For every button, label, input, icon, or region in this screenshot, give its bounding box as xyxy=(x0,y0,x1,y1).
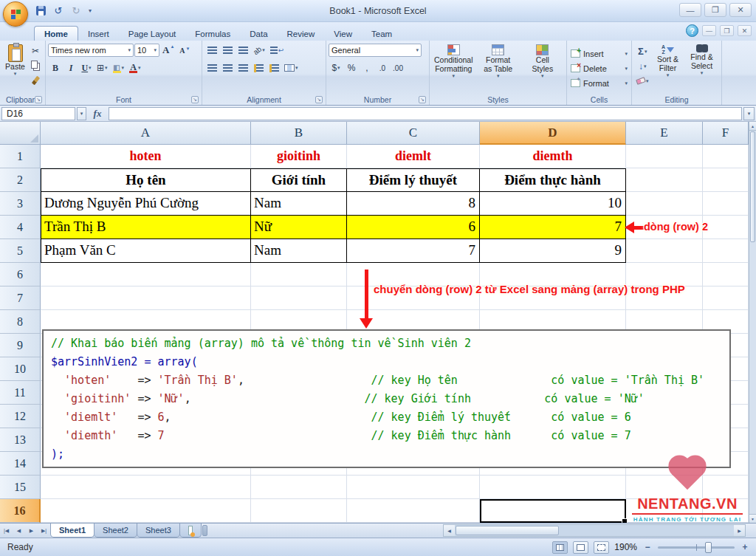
scroll-up-icon[interactable]: ▲ xyxy=(749,122,756,131)
conditional-formatting-button[interactable]: Conditional Formatting ▾ xyxy=(432,42,475,95)
column-header-E[interactable]: E xyxy=(626,122,703,145)
row-header-4[interactable]: 4 xyxy=(0,216,41,239)
insert-worksheet-button[interactable] xyxy=(179,524,202,538)
autosum-button[interactable]: Σ▾ xyxy=(634,44,651,58)
cell-B7[interactable] xyxy=(251,286,347,310)
zoom-slider[interactable] xyxy=(658,546,735,549)
horizontal-scrollbar[interactable]: ◀ ▶ xyxy=(443,524,746,537)
cell-C15[interactable] xyxy=(347,476,480,499)
selected-cell-outline-D16[interactable] xyxy=(480,499,626,523)
last-sheet-icon[interactable]: ▶| xyxy=(38,524,50,538)
cell-B3[interactable]: Nam xyxy=(251,192,347,216)
page-layout-view-button[interactable] xyxy=(573,541,588,554)
font-name-select[interactable]: Times new rom▾ xyxy=(48,44,134,57)
formula-input[interactable] xyxy=(109,107,742,120)
cell-A6[interactable] xyxy=(41,263,251,286)
align-middle-button[interactable] xyxy=(220,44,235,58)
cut-button[interactable]: ✂ xyxy=(28,44,43,58)
cell-A3[interactable]: Dương Nguyễn Phú Cường xyxy=(41,192,251,216)
name-box[interactable]: D16 xyxy=(1,107,75,120)
column-header-C[interactable]: C xyxy=(347,122,480,145)
fill-color-button[interactable]: ◧▾ xyxy=(111,61,127,75)
cell-F6[interactable] xyxy=(703,263,749,286)
cell-B4[interactable]: Nữ xyxy=(251,216,347,239)
percent-format-button[interactable]: % xyxy=(344,61,359,75)
help-icon[interactable]: ? xyxy=(686,24,698,37)
row-header-1[interactable]: 1 xyxy=(0,145,41,168)
cell-A1[interactable]: hoten xyxy=(41,145,251,168)
scroll-left-icon[interactable]: ◀ xyxy=(444,525,455,536)
cell-C3[interactable]: 8 xyxy=(347,192,480,216)
decrease-indent-button[interactable] xyxy=(251,61,266,75)
sort-filter-button[interactable]: AZ Sort & Filter ▾ xyxy=(651,42,685,95)
column-header-B[interactable]: B xyxy=(251,122,347,145)
formula-bar-expand-button[interactable]: ▾ xyxy=(743,107,755,120)
cell-E2[interactable] xyxy=(626,168,703,192)
cell-F5[interactable] xyxy=(703,239,749,263)
cell-A15[interactable] xyxy=(41,476,251,499)
wrap-text-button[interactable]: ↩ xyxy=(268,44,286,58)
cell-styles-button[interactable]: Cell Styles ▾ xyxy=(521,42,564,95)
underline-button[interactable]: U▾ xyxy=(79,61,94,75)
cell-C5[interactable]: 7 xyxy=(347,239,480,263)
workbook-restore-button[interactable]: ❐ xyxy=(720,25,734,36)
align-center-button[interactable] xyxy=(220,61,235,75)
vertical-scroll-thumb[interactable] xyxy=(750,131,755,242)
borders-button[interactable]: ⊞▾ xyxy=(94,61,110,75)
insert-cells-button[interactable]: Insert▾ xyxy=(569,47,629,61)
cell-F7[interactable] xyxy=(703,286,749,310)
decrease-decimal-button[interactable]: .00 xyxy=(391,61,405,75)
sheet-tab-sheet3[interactable]: Sheet3 xyxy=(137,524,180,538)
row-header-16[interactable]: 16 xyxy=(0,499,41,523)
format-painter-button[interactable] xyxy=(28,73,43,87)
row-header-15[interactable]: 15 xyxy=(0,476,41,499)
row-header-3[interactable]: 3 xyxy=(0,192,41,216)
sheet-tab-sheet1[interactable]: Sheet1 xyxy=(50,524,94,538)
select-all-corner[interactable] xyxy=(0,122,41,145)
column-header-A[interactable]: A xyxy=(41,122,251,145)
format-cells-button[interactable]: Format▾ xyxy=(569,76,629,90)
horizontal-scroll-thumb[interactable] xyxy=(456,526,559,535)
font-dialog-launcher[interactable]: ↘ xyxy=(191,96,199,103)
row-header-8[interactable]: 8 xyxy=(0,310,41,334)
shrink-font-button[interactable]: A xyxy=(177,44,192,58)
row-header-10[interactable]: 10 xyxy=(0,357,41,381)
cell-D15[interactable] xyxy=(480,476,626,499)
scroll-right-icon[interactable]: ▶ xyxy=(734,525,745,536)
name-box-dropdown[interactable]: ▾ xyxy=(77,107,86,120)
next-sheet-icon[interactable]: ▶ xyxy=(25,524,38,538)
row-header-11[interactable]: 11 xyxy=(0,381,41,405)
delete-cells-button[interactable]: Delete▾ xyxy=(569,61,629,75)
cell-D1[interactable]: diemth xyxy=(480,145,626,168)
font-size-select[interactable]: 10▾ xyxy=(134,44,159,57)
cell-E3[interactable] xyxy=(626,192,703,216)
row-header-7[interactable]: 7 xyxy=(0,286,41,310)
tab-review[interactable]: Review xyxy=(278,27,325,41)
comma-format-button[interactable]: , xyxy=(360,61,374,75)
zoom-in-button[interactable]: + xyxy=(740,542,750,552)
minimize-button[interactable]: — xyxy=(679,3,701,17)
tab-home[interactable]: Home xyxy=(34,26,78,41)
insert-function-button[interactable]: fx xyxy=(88,108,107,120)
cell-B5[interactable]: Nam xyxy=(251,239,347,263)
zoom-slider-thumb[interactable] xyxy=(705,542,712,553)
font-color-button[interactable]: A▾ xyxy=(127,61,143,75)
cell-F2[interactable] xyxy=(703,168,749,192)
column-header-D[interactable]: D xyxy=(480,122,626,145)
cell-B16[interactable] xyxy=(251,499,347,523)
cell-D2[interactable]: Điểm thực hành xyxy=(480,168,626,192)
workbook-minimize-button[interactable]: — xyxy=(702,25,716,36)
cell-A2[interactable]: Họ tên xyxy=(41,168,251,192)
fill-button[interactable]: ↓▾ xyxy=(634,59,651,73)
alignment-dialog-launcher[interactable]: ↘ xyxy=(315,96,323,103)
cell-E5[interactable] xyxy=(626,239,703,263)
normal-view-button[interactable] xyxy=(552,541,568,554)
office-button[interactable] xyxy=(3,1,28,27)
scroll-down-icon[interactable]: ▼ xyxy=(749,514,756,523)
currency-format-button[interactable]: $▾ xyxy=(329,61,343,75)
cell-C4[interactable]: 6 xyxy=(347,216,480,239)
align-bottom-button[interactable] xyxy=(236,44,250,58)
row-header-5[interactable]: 5 xyxy=(0,239,41,263)
italic-button[interactable]: I xyxy=(63,61,78,75)
tab-view[interactable]: View xyxy=(324,27,362,41)
